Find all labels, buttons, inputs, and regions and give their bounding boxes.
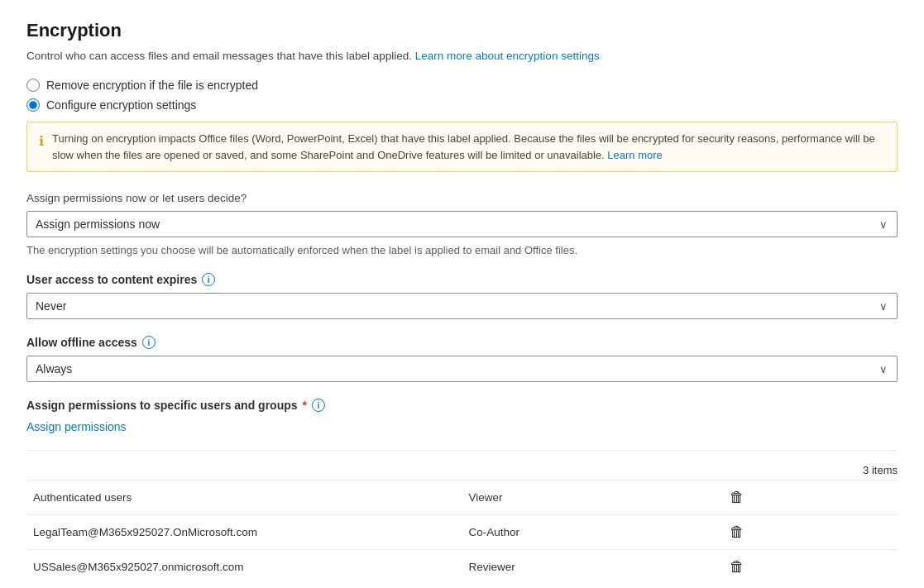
permissions-question-group: Assign permissions now or let users deci… (26, 192, 898, 256)
offline-access-label: Allow offline access i (26, 336, 898, 349)
permissions-question: Assign permissions now or let users deci… (26, 192, 898, 204)
user-access-dropdown-wrapper: Never On a specific date A number of day… (26, 293, 898, 319)
offline-access-info-icon[interactable]: i (142, 336, 156, 349)
user-access-info-icon[interactable]: i (202, 273, 215, 286)
row-permission: Viewer (462, 480, 724, 515)
learn-more-encryption-link[interactable]: Learn more about encryption settings (415, 50, 600, 62)
assign-specific-info-icon[interactable]: i (312, 399, 325, 412)
subtitle: Control who can access files and email m… (26, 50, 898, 62)
assign-permissions-link[interactable]: Assign permissions (26, 420, 127, 433)
offline-access-dropdown[interactable]: Always Only for a number of days Never (26, 356, 898, 382)
row-identity: LegalTeam@M365x925027.OnMicrosoft.com (26, 515, 462, 550)
remove-encryption-option[interactable]: Remove encryption if the file is encrypt… (26, 79, 898, 92)
items-count: 3 items (26, 464, 898, 476)
assign-specific-group: Assign permissions to specific users and… (26, 399, 898, 433)
table-row: USSales@M365x925027.onmicrosoft.com Revi… (26, 550, 898, 585)
warning-box: ℹ Turning on encryption impacts Office f… (26, 122, 898, 172)
row-delete-cell: 🗑 (723, 480, 898, 515)
page-title: Encryption (26, 20, 898, 41)
permissions-dropdown[interactable]: Assign permissions now Let users assign … (26, 211, 898, 237)
configure-encryption-radio[interactable] (26, 98, 40, 112)
row-identity: Authenticated users (26, 480, 462, 515)
offline-access-group: Allow offline access i Always Only for a… (26, 336, 898, 382)
delete-row-button[interactable]: 🗑 (730, 558, 744, 576)
user-access-label: User access to content expires i (26, 273, 898, 286)
divider (26, 450, 898, 451)
row-delete-cell: 🗑 (723, 515, 898, 550)
delete-row-button[interactable]: 🗑 (730, 489, 744, 506)
remove-encryption-radio[interactable] (26, 79, 40, 92)
warning-learn-more-link[interactable]: Learn more (607, 149, 662, 161)
offline-access-dropdown-wrapper: Always Only for a number of days Never (26, 356, 898, 382)
permissions-hint: The encryption settings you choose will … (26, 244, 898, 256)
assign-specific-label: Assign permissions to specific users and… (26, 399, 898, 412)
row-permission: Co-Author (462, 515, 724, 550)
configure-encryption-option[interactable]: Configure encryption settings (26, 98, 898, 112)
encryption-options: Remove encryption if the file is encrypt… (26, 79, 898, 112)
row-identity: USSales@M365x925027.onmicrosoft.com (26, 550, 462, 585)
permissions-dropdown-wrapper: Assign permissions now Let users assign … (26, 211, 898, 237)
required-star: * (303, 399, 307, 412)
row-permission: Reviewer (462, 550, 724, 585)
table-row: Authenticated users Viewer 🗑 (26, 480, 898, 515)
permissions-table: Authenticated users Viewer 🗑 LegalTeam@M… (26, 480, 898, 584)
delete-row-button[interactable]: 🗑 (730, 523, 744, 541)
user-access-dropdown[interactable]: Never On a specific date A number of day… (26, 293, 898, 319)
row-delete-cell: 🗑 (723, 550, 898, 585)
user-access-group: User access to content expires i Never O… (26, 273, 898, 319)
warning-icon: ℹ (39, 131, 44, 163)
table-row: LegalTeam@M365x925027.OnMicrosoft.com Co… (26, 515, 898, 550)
